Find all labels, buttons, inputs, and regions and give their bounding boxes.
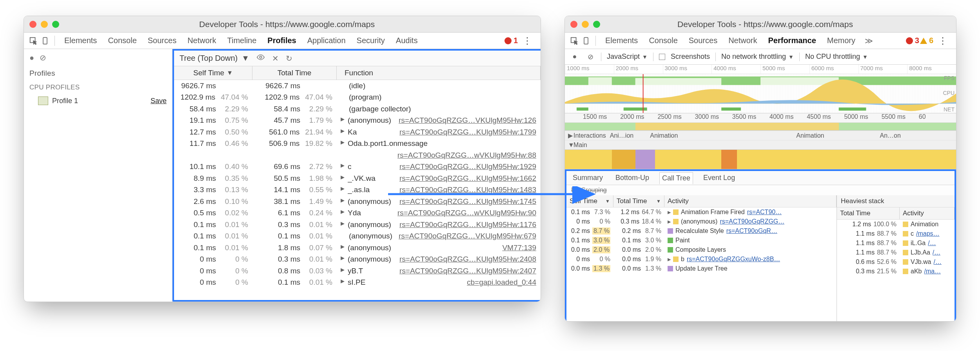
zoom-icon[interactable] [593, 21, 600, 28]
close-icon[interactable] [570, 21, 577, 28]
profile-row[interactable]: 0.1 ms0.01 %0.1 ms0.01 %(anonymous)rs=AC… [174, 231, 541, 242]
source-link[interactable]: rs=ACT90oGqRZGG…KUlgM95Hw:1662 [399, 174, 536, 183]
profile-row[interactable]: 0.5 ms0.02 %6.1 ms0.24 %▶Ydars=ACT90oGqR… [174, 207, 541, 219]
detail-tab-bottom-up[interactable]: Bottom-Up [613, 172, 652, 184]
expand-icon[interactable]: ▶ [341, 209, 345, 217]
source-link[interactable]: rs=ACT90oGqRZGG…VKUlgM95Hw:126 [399, 116, 536, 125]
profile-item[interactable]: Profile 1 Save [24, 93, 172, 109]
device-icon[interactable] [40, 35, 51, 46]
tab-console[interactable]: Console [102, 34, 142, 47]
call-tree-row[interactable]: 0 ms0 %0.0 ms1.9 %▶brs=ACT90oGqRZGGxuWo-… [566, 255, 837, 264]
tab-network[interactable]: Network [723, 34, 762, 47]
profile-row[interactable]: 0 ms0 %0.1 ms0.01 %▶sI.PEcb=gapi.loaded_… [174, 277, 541, 289]
tab-security[interactable]: Security [351, 34, 390, 47]
source-link[interactable]: rs=ACT90oGqRZGG…KUlgM95Hw:1483 [399, 186, 536, 194]
source-link[interactable]: VM77:139 [502, 244, 536, 252]
source-link[interactable]: rs=ACT90oGqRZGG…wVKUlgM95Hw:88 [397, 151, 536, 160]
flame-chart[interactable] [565, 150, 956, 169]
clear-icon[interactable]: ⊘ [585, 52, 595, 62]
error-badge[interactable]: 1 [505, 36, 518, 45]
expand-icon[interactable]: ▶ [668, 219, 671, 224]
profile-row[interactable]: 1202.9 ms47.04 %1202.9 ms47.04 %(program… [174, 92, 541, 104]
tab-sources[interactable]: Sources [683, 34, 723, 47]
heaviest-stack-row[interactable]: 0.6 ms52.6 %VJb.wa/… [837, 257, 955, 267]
source-link[interactable]: rs=ACT90oGqRZGG…KUlgM95Hw:1176 [399, 220, 536, 229]
call-tree-row[interactable]: 0 ms0 %0.3 ms18.4 %▶(anonymous)rs=ACT90o… [566, 217, 837, 226]
engine-select[interactable]: JavaScript▼ [607, 53, 648, 61]
source-link[interactable]: /… [933, 258, 941, 266]
clear-icon[interactable]: ⊘ [40, 53, 50, 62]
close-icon[interactable] [29, 21, 36, 28]
tab-elements[interactable]: Elements [59, 34, 102, 47]
overview-ruler[interactable]: 1000 ms2000 ms3000 ms4000 ms5000 ms6000 … [565, 65, 956, 74]
view-mode-select[interactable]: Tree (Top Down) ▼ [180, 54, 249, 63]
call-tree-row[interactable]: 0.0 ms2.0 %0.0 ms2.0 %Composite Layers [566, 245, 837, 255]
profile-save-link[interactable]: Save [151, 97, 167, 105]
zoom-icon[interactable] [52, 21, 59, 28]
detail-tab-summary[interactable]: Summary [570, 172, 605, 184]
profile-row[interactable]: 0.1 ms0.01 %0.3 ms0.01 %▶(anonymous)rs=A… [174, 219, 541, 231]
device-icon[interactable] [581, 35, 592, 46]
detail-ruler[interactable]: 1500 ms2000 ms2500 ms3000 ms3500 ms4000 … [565, 113, 956, 123]
profile-row[interactable]: 10.1 ms0.40 %69.6 ms2.72 %▶crs=ACT90oGqR… [174, 161, 541, 173]
expand-icon[interactable]: ▶ [341, 128, 345, 136]
profile-row[interactable]: 58.4 ms2.29 %58.4 ms2.29 %(garbage colle… [174, 103, 541, 115]
source-link[interactable]: rs=ACT90oGqRZGG…wVKUlgM95Hw:90 [397, 209, 536, 217]
source-link[interactable]: rs=ACT90oGqR… [726, 227, 777, 235]
source-link[interactable]: rs=ACT90oGqRZGG…KUlgM95Hw:1799 [399, 128, 536, 136]
detail-tab-event-log[interactable]: Event Log [701, 172, 737, 184]
heaviest-stack-row[interactable]: 1.1 ms88.7 %iL.Ga/… [837, 238, 955, 248]
heaviest-stack-row[interactable]: 1.1 ms88.7 %LJb.Aa/… [837, 248, 955, 257]
profile-row[interactable]: 0 ms0 %0.3 ms0.01 %▶(anonymous)rs=ACT90o… [174, 254, 541, 266]
heaviest-stack-row[interactable]: 1.2 ms100.0 %Animation [837, 220, 955, 229]
expand-icon[interactable]: ▶ [341, 220, 345, 229]
header-function[interactable]: Function [337, 66, 541, 80]
tab-console[interactable]: Console [643, 34, 683, 47]
warning-badge[interactable]: 6 [920, 36, 933, 45]
profile-row[interactable]: 0.1 ms0.01 %1.8 ms0.07 %▶(anonymous)VM77… [174, 242, 541, 254]
call-tree-row[interactable]: 0.0 ms1.3 %0.0 ms1.3 %Update Layer Tree [566, 264, 837, 273]
track-interactions[interactable]: ▶Interactions Ani…ion Animation Animatio… [565, 131, 956, 140]
expand-icon[interactable]: ▶ [341, 186, 345, 194]
tab-performance[interactable]: Performance [763, 34, 822, 47]
call-tree-row[interactable]: 0.1 ms7.3 %1.2 ms64.7 %▶Animation Frame … [566, 207, 837, 217]
track-main[interactable]: ▼Main [565, 140, 956, 149]
expand-icon[interactable]: ▶ [341, 116, 345, 125]
minimize-icon[interactable] [41, 21, 48, 28]
record-icon[interactable]: ● [29, 53, 40, 62]
tab-sources[interactable]: Sources [142, 34, 182, 47]
screenshots-checkbox[interactable] [659, 54, 665, 60]
error-badge[interactable]: 3 [906, 36, 919, 45]
cpu-throttle-select[interactable]: No CPU throttling▼ [805, 53, 868, 61]
call-tree-row[interactable]: 0.2 ms8.7 %0.2 ms8.7 %Recalculate Styler… [566, 226, 837, 236]
profile-row[interactable]: 19.1 ms0.75 %45.7 ms1.79 %▶(anonymous)rs… [174, 115, 541, 127]
heaviest-stack-row[interactable]: 1.1 ms88.7 %c/maps… [837, 229, 955, 238]
profile-row[interactable]: 3.3 ms0.13 %14.1 ms0.55 %▶_.as.lars=ACT9… [174, 184, 541, 196]
expand-icon[interactable]: ▶ [341, 162, 345, 171]
expand-icon[interactable]: ▶ [341, 244, 345, 252]
profile-row[interactable]: 11.7 ms0.46 %506.9 ms19.82 %▶Oda.b.port1… [174, 138, 541, 150]
source-link[interactable]: /… [928, 240, 936, 247]
source-link[interactable]: /maps… [916, 230, 940, 237]
header-self-time[interactable]: Self Time▼ [174, 66, 252, 80]
minimize-icon[interactable] [582, 21, 589, 28]
source-link[interactable]: rs=ACT90oGqRZGG…KUlgM95Hw:2408 [399, 255, 536, 264]
grouping-select[interactable]: No Grouping [566, 185, 955, 195]
source-link[interactable]: rs=ACT90oGqRZGG…KUlgM95Hw:2407 [399, 267, 536, 275]
profile-row[interactable]: 9626.7 ms9626.7 ms(idle) [174, 80, 541, 92]
heaviest-stack-row[interactable]: 0.3 ms21.5 %aKb/ma… [837, 267, 955, 276]
header-self-time[interactable]: Self Time▼ [566, 195, 613, 207]
expand-icon[interactable]: ▶ [341, 197, 345, 206]
profile-row[interactable]: 8.9 ms0.35 %50.5 ms1.98 %▶_.VK.wars=ACT9… [174, 173, 541, 184]
profile-row[interactable]: 2.6 ms0.10 %38.1 ms1.49 %▶(anonymous)rs=… [174, 196, 541, 207]
profile-row[interactable]: 12.7 ms0.50 %561.0 ms21.94 %▶Kars=ACT90o… [174, 126, 541, 138]
source-link[interactable]: rs=ACT90oGqRZGG…KUlgM95Hw:1745 [399, 197, 536, 206]
profile-row[interactable]: rs=ACT90oGqRZGG…wVKUlgM95Hw:88 [174, 149, 541, 161]
expand-icon[interactable]: ▶ [341, 267, 345, 275]
record-icon[interactable]: ● [570, 52, 580, 62]
network-throttle-select[interactable]: No network throttling▼ [721, 53, 794, 61]
header-total-time[interactable]: Total Time [837, 207, 900, 219]
source-link[interactable]: rs=ACT90oGqRZGG…KUlgM95Hw:1929 [399, 162, 536, 171]
more-icon[interactable]: ⋮ [519, 35, 537, 46]
source-link[interactable]: rs=ACT90oGqRZGG… [720, 218, 784, 225]
